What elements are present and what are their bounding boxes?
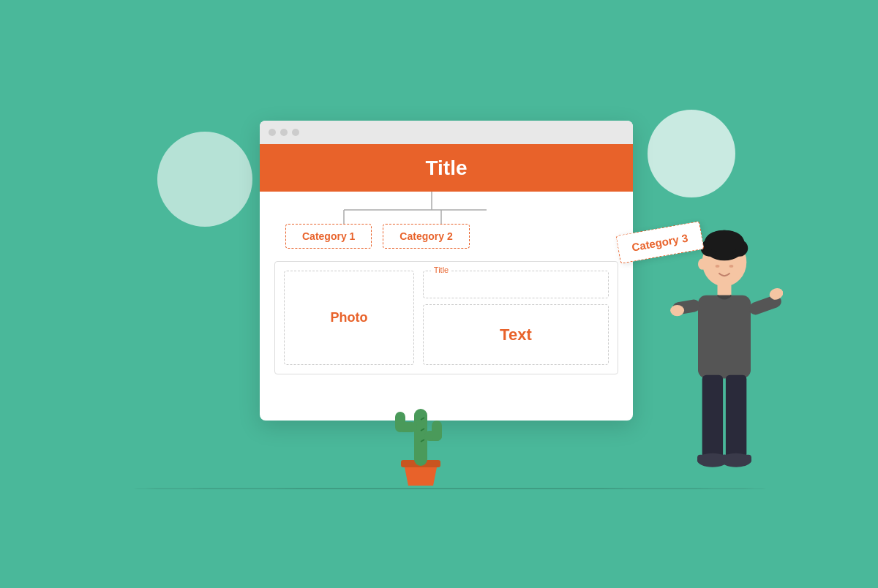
decorative-circle-left [157,132,252,227]
svg-rect-23 [721,455,751,463]
decorative-circle-right [648,110,735,197]
browser-dot-3 [292,129,299,136]
svg-rect-13 [698,295,751,379]
browser-content: Title Category 1 Category 2 [260,144,633,374]
svg-rect-12 [718,283,732,297]
browser-dot-2 [280,129,288,136]
inner-title-box: Title [423,271,609,298]
svg-rect-19 [726,375,746,459]
cactus-illustration [388,394,454,489]
category1-box: Category 1 [285,224,372,249]
browser-window: Title Category 1 Category 2 [260,121,633,421]
browser-bar [260,121,633,144]
tree-area: Category 1 Category 2 Category 3 [260,192,633,254]
svg-point-8 [705,230,743,252]
svg-rect-18 [702,375,723,459]
page-title: Title [425,157,467,180]
person-illustration [666,226,783,489]
category2-box: Category 2 [383,224,469,249]
svg-point-10 [716,265,720,268]
category3-label: Category 3 [631,231,689,253]
text-box: Text [423,304,609,365]
right-content: Title Text [423,271,609,365]
categories-row: Category 1 Category 2 [278,224,477,249]
svg-point-9 [698,259,706,270]
photo-box: Photo [284,271,414,365]
category2-label: Category 2 [399,230,452,242]
category1-label: Category 1 [302,230,355,242]
content-area: Photo Title Text [274,261,618,374]
svg-rect-29 [432,421,442,441]
inner-title-label: Title [431,265,451,274]
svg-rect-27 [395,412,405,432]
photo-label: Photo [330,310,367,325]
browser-dot-1 [269,129,276,136]
page-title-bar: Title [260,144,633,192]
svg-point-17 [670,305,684,316]
text-label: Text [500,325,532,344]
svg-point-11 [729,265,734,268]
